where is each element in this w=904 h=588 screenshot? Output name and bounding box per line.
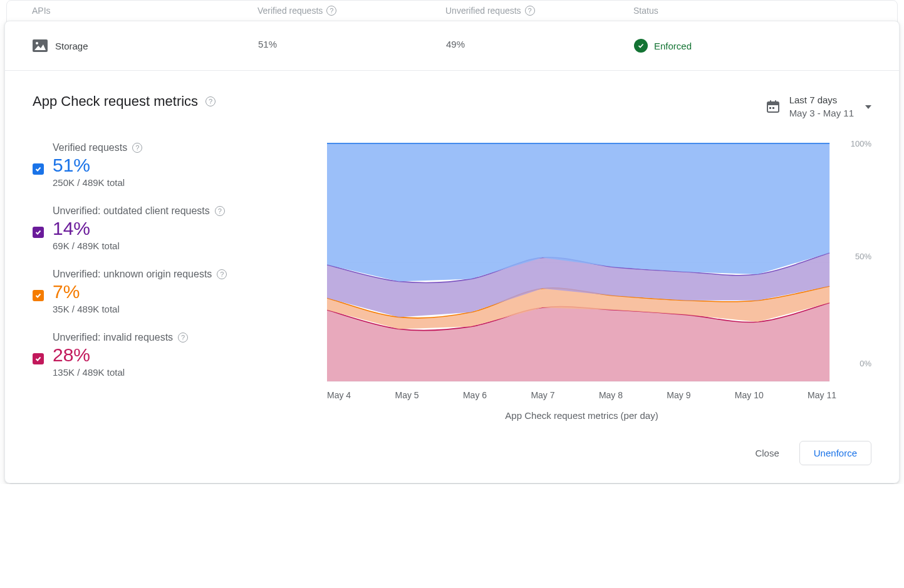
action-bar: Close Unenforce — [5, 421, 899, 468]
svg-rect-5 — [775, 100, 776, 103]
legend-checkbox[interactable] — [33, 227, 44, 238]
legend-label: Unverified: unknown origin requests ? — [53, 269, 227, 280]
legend-detail: 35K / 489K total — [53, 304, 227, 314]
api-name-cell: Storage — [33, 39, 258, 53]
legend-label: Unverified: invalid requests ? — [53, 332, 188, 343]
svg-rect-7 — [772, 107, 774, 109]
api-status-cell: Enforced — [634, 39, 871, 53]
metrics-card: Storage 51% 49% Enforced App Check reque… — [4, 21, 900, 483]
stacked-area-chart — [327, 137, 871, 388]
table-header: APIs Verified requests? Unverified reque… — [7, 1, 897, 21]
svg-rect-4 — [770, 100, 771, 103]
svg-point-1 — [36, 42, 38, 44]
date-range-picker[interactable]: Last 7 days May 3 - May 11 — [766, 93, 871, 120]
api-row[interactable]: Storage 51% 49% Enforced — [5, 21, 899, 71]
help-icon[interactable]: ? — [525, 6, 535, 16]
x-tick-label: May 11 — [808, 390, 836, 400]
legend-item: Verified requests ? 51% 250K / 489K tota… — [33, 142, 302, 188]
unenforce-button[interactable]: Unenforce — [799, 441, 871, 465]
status-text: Enforced — [654, 41, 692, 51]
legend-item: Unverified: unknown origin requests ? 7%… — [33, 269, 302, 314]
legend-percent: 51% — [53, 155, 142, 176]
date-range-value: May 3 - May 11 — [789, 106, 854, 120]
help-icon[interactable]: ? — [326, 6, 336, 16]
y-axis: 100% 50% 0% — [840, 137, 871, 375]
chevron-down-icon — [865, 105, 871, 109]
legend-label: Verified requests ? — [53, 142, 142, 153]
legend-item: Unverified: invalid requests ? 28% 135K … — [33, 332, 302, 378]
legend-checkbox[interactable] — [33, 290, 44, 301]
help-icon[interactable]: ? — [178, 333, 188, 343]
x-tick-label: May 5 — [395, 390, 418, 400]
check-badge-icon — [634, 39, 648, 53]
help-icon[interactable]: ? — [215, 206, 225, 216]
col-header-unverified: Unverified requests? — [445, 6, 633, 16]
col-header-status: Status — [633, 6, 872, 16]
x-tick-label: May 7 — [531, 390, 554, 400]
col-header-verified: Verified requests? — [257, 6, 445, 16]
legend-detail: 135K / 489K total — [53, 367, 188, 378]
calendar-icon — [766, 99, 781, 114]
legend-label: Unverified: outdated client requests ? — [53, 205, 225, 217]
col-header-apis: APIs — [32, 6, 257, 16]
chart-caption: App Check request metrics (per day) — [327, 400, 836, 421]
legend-checkbox[interactable] — [33, 163, 44, 175]
help-icon[interactable]: ? — [217, 269, 227, 279]
legend-detail: 250K / 489K total — [53, 177, 142, 188]
x-tick-label: May 9 — [667, 390, 690, 400]
legend-detail: 69K / 489K total — [53, 240, 225, 251]
api-unverified-pct: 49% — [446, 39, 634, 53]
x-tick-label: May 4 — [327, 390, 351, 400]
legend-percent: 7% — [53, 281, 227, 302]
x-tick-label: May 8 — [599, 390, 623, 400]
x-axis: May 4May 5May 6May 7May 8May 9May 10May … — [327, 388, 836, 400]
legend-checkbox[interactable] — [33, 353, 44, 364]
metrics-title: App Check request metrics ? — [33, 93, 216, 110]
x-tick-label: May 10 — [735, 390, 764, 400]
legend-item: Unverified: outdated client requests ? 1… — [33, 205, 302, 251]
svg-rect-6 — [769, 107, 771, 109]
chart-legend: Verified requests ? 51% 250K / 489K tota… — [33, 137, 302, 378]
close-button[interactable]: Close — [746, 443, 787, 463]
help-icon[interactable]: ? — [132, 143, 142, 153]
date-range-label: Last 7 days — [789, 93, 854, 106]
api-name-text: Storage — [55, 41, 88, 51]
help-icon[interactable]: ? — [205, 96, 216, 106]
api-verified-pct: 51% — [258, 39, 446, 53]
x-tick-label: May 6 — [463, 390, 487, 400]
svg-rect-3 — [767, 102, 779, 105]
storage-icon — [33, 39, 48, 52]
legend-percent: 14% — [53, 218, 225, 239]
legend-percent: 28% — [53, 344, 188, 366]
chart-area: 100% 50% 0% May 4May 5May 6May 7May 8May… — [327, 137, 871, 421]
